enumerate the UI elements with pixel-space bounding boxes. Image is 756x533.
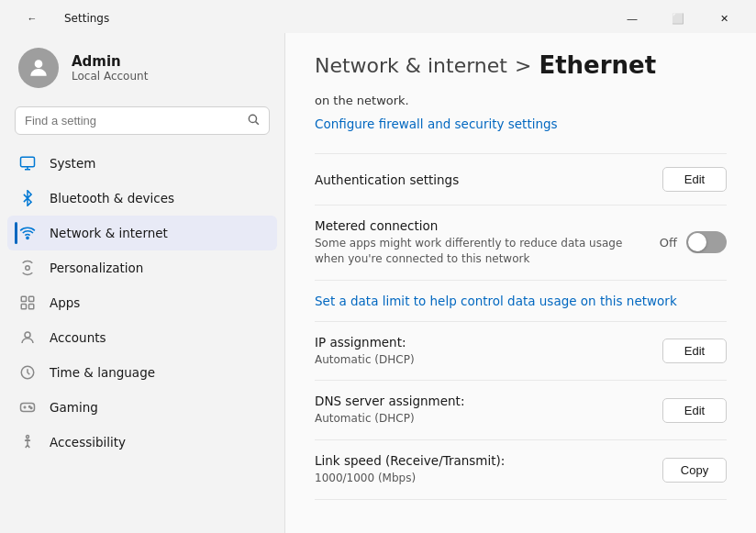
- authentication-row: Authentication settings Edit: [315, 153, 727, 205]
- svg-point-19: [27, 436, 29, 439]
- svg-point-12: [25, 332, 30, 338]
- toggle-thumb: [688, 233, 706, 251]
- sidebar-item-accounts[interactable]: Accounts: [7, 320, 277, 355]
- system-label: System: [50, 156, 95, 171]
- svg-point-18: [30, 407, 32, 409]
- nav-section: System Bluetooth & devices: [0, 146, 284, 460]
- dns-content: DNS server assignment: Automatic (DHCP): [315, 394, 464, 427]
- metered-row: Metered connection Some apps might work …: [315, 205, 727, 280]
- main-container: Admin Local Account: [0, 33, 756, 533]
- user-subtitle: Local Account: [72, 70, 148, 83]
- network-icon: [18, 224, 37, 242]
- authentication-label: Authentication settings: [315, 172, 459, 187]
- system-icon: [18, 154, 37, 172]
- svg-point-17: [29, 406, 31, 408]
- accessibility-label: Accessibility: [50, 435, 126, 450]
- titlebar-left: ← Settings: [11, 6, 109, 31]
- svg-rect-3: [21, 157, 35, 167]
- firewall-link[interactable]: Configure firewall and security settings: [315, 117, 558, 131]
- sidebar-item-system[interactable]: System: [7, 146, 277, 181]
- data-limit-link[interactable]: Set a data limit to help control data us…: [315, 294, 677, 308]
- accounts-label: Accounts: [50, 330, 106, 345]
- sidebar-item-accessibility[interactable]: Accessibility: [7, 425, 277, 460]
- app-title: Settings: [64, 12, 109, 25]
- dns-edit-button[interactable]: Edit: [662, 398, 727, 423]
- breadcrumb-parent: Network & internet: [315, 54, 507, 77]
- svg-line-2: [256, 122, 259, 125]
- metered-content: Metered connection Some apps might work …: [315, 218, 660, 267]
- close-button[interactable]: ✕: [703, 6, 745, 31]
- content-body: on the network. Configure firewall and s…: [285, 90, 756, 529]
- minimize-button[interactable]: —: [611, 6, 653, 31]
- sidebar: Admin Local Account: [0, 33, 284, 533]
- network-label: Network & internet: [50, 226, 168, 240]
- top-note: on the network.: [315, 90, 727, 107]
- avatar: [18, 48, 59, 88]
- content-area: Network & internet > Ethernet on the net…: [284, 33, 756, 533]
- titlebar: ← Settings — ⬜ ✕: [0, 0, 756, 33]
- sidebar-item-network[interactable]: Network & internet: [7, 216, 277, 250]
- link-speed-row: Link speed (Receive/Transmit): 1000/1000…: [315, 439, 727, 500]
- metered-toggle-container: Off: [660, 231, 727, 253]
- ip-content: IP assignment: Automatic (DHCP): [315, 335, 415, 368]
- back-button[interactable]: ←: [11, 6, 53, 31]
- gaming-icon: [18, 398, 37, 416]
- sidebar-item-personalization[interactable]: Personalization: [7, 250, 277, 285]
- svg-rect-8: [21, 296, 26, 301]
- svg-point-1: [249, 115, 256, 122]
- link-speed-content: Link speed (Receive/Transmit): 1000/1000…: [315, 453, 505, 486]
- search-box[interactable]: [15, 106, 270, 135]
- sidebar-item-apps[interactable]: Apps: [7, 285, 277, 320]
- user-name: Admin: [72, 53, 148, 70]
- ip-assignment-row: IP assignment: Automatic (DHCP) Edit: [315, 321, 727, 381]
- user-info: Admin Local Account: [72, 53, 148, 83]
- apps-icon: [18, 294, 37, 312]
- breadcrumb-separator: >: [515, 54, 531, 77]
- apps-label: Apps: [50, 295, 80, 310]
- link-speed-copy-button[interactable]: Copy: [662, 458, 727, 483]
- svg-point-7: [26, 266, 30, 271]
- ip-edit-button[interactable]: Edit: [662, 339, 727, 363]
- bluetooth-icon: [18, 189, 37, 207]
- search-input[interactable]: [25, 114, 239, 128]
- svg-point-6: [27, 237, 28, 239]
- maximize-button[interactable]: ⬜: [657, 6, 699, 31]
- dns-row: DNS server assignment: Automatic (DHCP) …: [315, 380, 727, 439]
- sidebar-item-gaming[interactable]: Gaming: [7, 390, 277, 425]
- sidebar-item-time[interactable]: Time & language: [7, 355, 277, 390]
- accessibility-icon: [18, 433, 37, 451]
- svg-rect-10: [21, 305, 26, 309]
- time-label: Time & language: [50, 365, 155, 380]
- breadcrumb-current: Ethernet: [539, 51, 656, 79]
- data-limit-row: Set a data limit to help control data us…: [315, 280, 727, 321]
- svg-point-0: [35, 60, 43, 68]
- user-profile: Admin Local Account: [0, 33, 284, 106]
- breadcrumb: Network & internet > Ethernet: [285, 33, 756, 90]
- svg-rect-9: [29, 296, 34, 301]
- bluetooth-label: Bluetooth & devices: [50, 191, 174, 205]
- metered-toggle[interactable]: [686, 231, 727, 253]
- personalization-label: Personalization: [50, 261, 143, 275]
- accounts-icon: [18, 328, 37, 347]
- search-icon: [247, 113, 260, 128]
- authentication-edit-button[interactable]: Edit: [662, 167, 727, 192]
- personalization-icon: [18, 259, 37, 277]
- gaming-label: Gaming: [50, 400, 98, 415]
- toggle-off-label: Off: [660, 236, 677, 250]
- window-controls: — ⬜ ✕: [611, 6, 745, 31]
- sidebar-item-bluetooth[interactable]: Bluetooth & devices: [7, 181, 277, 216]
- time-icon: [18, 363, 37, 382]
- svg-rect-11: [29, 305, 34, 309]
